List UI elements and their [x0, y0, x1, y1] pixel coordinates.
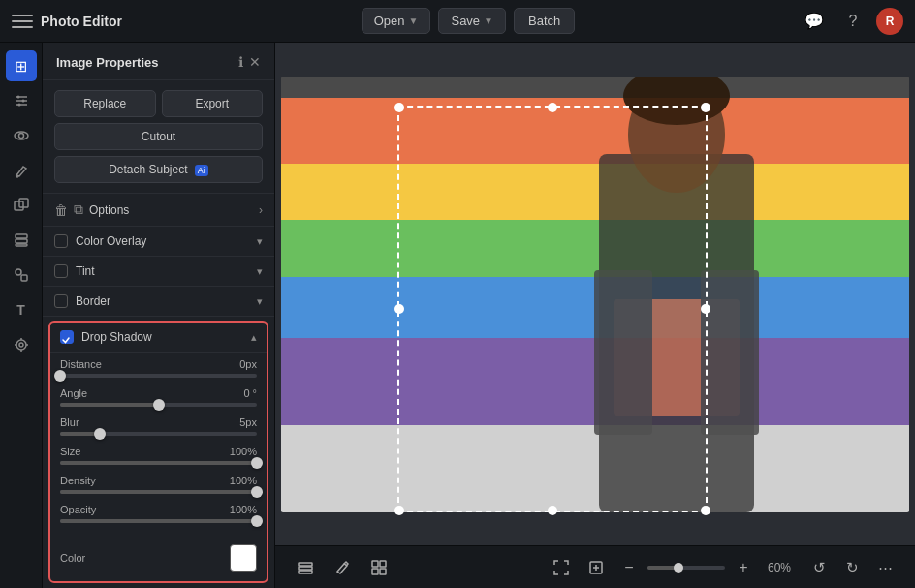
effects-tool[interactable] [6, 329, 37, 360]
border-chevron: ▾ [257, 295, 263, 308]
more-options-button[interactable]: ⋯ [870, 553, 899, 582]
brush-tool[interactable] [6, 155, 37, 186]
objects-tool[interactable] [6, 260, 37, 291]
batch-button[interactable]: Batch [514, 8, 575, 34]
save-button[interactable]: Save ▼ [438, 8, 506, 34]
replace-button[interactable]: Replace [54, 90, 156, 117]
drop-shadow-checkbox[interactable] [60, 330, 74, 344]
drop-shadow-section: Drop Shadow ▴ Distance 0px [48, 321, 268, 583]
zoom-out-button[interactable]: − [616, 555, 642, 580]
color-label: Color [60, 552, 85, 564]
tint-checkbox[interactable] [54, 264, 68, 278]
color-swatch[interactable] [230, 544, 257, 572]
svg-rect-33 [380, 569, 386, 574]
density-slider-row: Density 100% [60, 475, 257, 494]
undo-button[interactable]: ↺ [805, 553, 834, 582]
color-overlay-checkbox[interactable] [54, 234, 68, 248]
image-actions: Replace Export Cutout Detach Subject Ai [43, 80, 274, 194]
layers-tool[interactable] [6, 225, 37, 256]
grid-button[interactable] [364, 553, 394, 582]
options-label: Options [89, 203, 253, 217]
bottom-toolbar: − + 60% ↺ ↻ ⋯ [275, 545, 915, 588]
layers-view-button[interactable] [291, 553, 320, 582]
zoom-in-button[interactable]: + [731, 555, 756, 580]
border-label: Border [76, 294, 249, 308]
svg-rect-31 [380, 561, 386, 567]
open-button[interactable]: Open ▼ [362, 8, 431, 34]
trash-icon[interactable]: 🗑 [54, 202, 68, 218]
distance-value: 0px [239, 358, 257, 370]
help-icon-button[interactable]: ? [837, 6, 868, 37]
size-label: Size [60, 446, 80, 457]
size-track[interactable] [60, 461, 257, 465]
svg-rect-11 [16, 239, 27, 243]
drop-shadow-chevron-icon: ▴ [251, 331, 257, 344]
blur-track[interactable] [60, 432, 257, 436]
edit-button[interactable] [328, 553, 357, 582]
app-title: Photo Editor [41, 14, 122, 29]
export-button[interactable]: Export [162, 90, 264, 117]
angle-slider-row: Angle 0 ° [60, 387, 257, 407]
svg-point-5 [17, 104, 20, 107]
opacity-track[interactable] [60, 519, 257, 523]
blur-slider-row: Blur 5px [60, 417, 257, 436]
sliders-tool[interactable] [6, 85, 37, 116]
svg-point-3 [16, 96, 19, 99]
close-panel-icon[interactable]: ✕ [249, 54, 261, 70]
svg-rect-12 [16, 244, 27, 246]
color-overlay-row[interactable]: Color Overlay ▾ [43, 227, 274, 257]
distance-track[interactable] [60, 374, 257, 378]
svg-rect-28 [299, 567, 312, 570]
canvas-image-wrapper [281, 77, 909, 512]
svg-rect-10 [16, 234, 27, 238]
panel-header-icons: ℹ ✕ [238, 54, 261, 70]
color-row: Color [50, 539, 267, 581]
tint-row[interactable]: Tint ▾ [43, 257, 274, 287]
text-tool[interactable]: T [6, 294, 37, 325]
tint-label: Tint [76, 264, 249, 278]
size-value: 100% [230, 446, 257, 457]
options-row[interactable]: 🗑 ⧉ Options › [43, 194, 274, 227]
opacity-value: 100% [230, 504, 257, 515]
cutout-button[interactable]: Cutout [54, 123, 263, 150]
svg-rect-32 [372, 569, 378, 574]
border-row[interactable]: Border ▾ [43, 287, 274, 317]
density-track[interactable] [60, 490, 257, 494]
color-overlay-label: Color Overlay [76, 234, 249, 248]
replace-export-row: Replace Export [54, 90, 263, 117]
adjust-tool[interactable]: ⊞ [6, 50, 37, 81]
save-chevron: ▼ [484, 15, 493, 26]
angle-track[interactable] [60, 403, 257, 407]
border-checkbox[interactable] [54, 294, 68, 308]
menu-icon[interactable] [12, 11, 33, 32]
svg-rect-25 [594, 270, 652, 435]
actual-size-button[interactable] [582, 553, 611, 582]
opacity-slider-row: Opacity 100% [60, 504, 257, 523]
view-tool[interactable] [6, 120, 37, 151]
zoom-controls: − + 60% [547, 553, 797, 582]
svg-rect-30 [372, 561, 378, 567]
blur-value: 5px [239, 417, 257, 428]
fit-to-screen-button[interactable] [547, 553, 576, 582]
svg-point-4 [21, 100, 24, 103]
chat-icon-button[interactable]: 💬 [799, 6, 830, 37]
clone-tool[interactable] [6, 190, 37, 221]
svg-rect-14 [21, 275, 27, 281]
opacity-label: Opacity [60, 504, 96, 515]
person-silhouette [541, 77, 812, 512]
copy-icon[interactable]: ⧉ [74, 201, 83, 218]
zoom-slider[interactable] [647, 566, 725, 570]
detach-subject-button[interactable]: Detach Subject Ai [54, 156, 263, 183]
drop-shadow-header[interactable]: Drop Shadow ▴ [50, 323, 267, 353]
svg-point-16 [19, 343, 23, 347]
svg-point-15 [16, 340, 26, 350]
canvas-viewport[interactable] [275, 43, 915, 545]
avatar[interactable]: R [876, 8, 903, 35]
left-panel: Image Properties ℹ ✕ Replace Export Cuto… [43, 43, 275, 588]
slider-section: Distance 0px Angle 0 ° [50, 353, 267, 539]
redo-button[interactable]: ↻ [837, 553, 867, 582]
info-icon[interactable]: ℹ [238, 54, 243, 70]
distance-label: Distance [60, 358, 102, 370]
ai-badge: Ai [195, 165, 208, 176]
panel-title: Image Properties [56, 55, 159, 70]
